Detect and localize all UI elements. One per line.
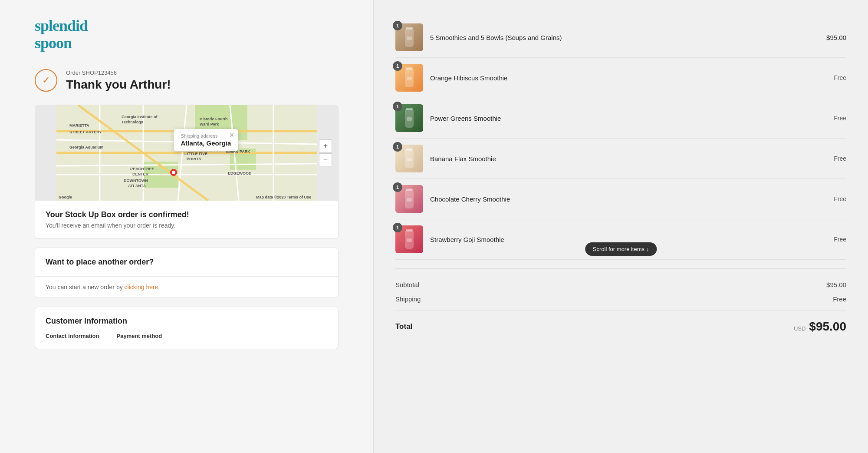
svg-rect-42 <box>407 117 412 121</box>
item-image-wrap: 1 <box>395 104 423 132</box>
subtotal-label: Subtotal <box>395 281 419 288</box>
item-name: 5 Smoothies and 5 Bowls (Soups and Grain… <box>430 34 819 41</box>
item-price: Free <box>834 115 846 122</box>
item-badge: 1 <box>393 142 402 152</box>
svg-rect-51 <box>407 238 412 242</box>
item-price: $95.00 <box>826 34 846 41</box>
order-number: Order SHOP123456 <box>66 69 171 76</box>
svg-rect-44 <box>406 148 413 151</box>
another-order-body: You can start a new order by clicking he… <box>35 277 338 298</box>
map-card: MARIETTA STREET ARTERY Georgia Institute… <box>35 105 339 239</box>
thank-you-heading: Thank you Arthur! <box>66 78 171 92</box>
payment-method-label: Payment method <box>117 333 162 339</box>
item-badge: 1 <box>393 21 402 30</box>
map-svg: MARIETTA STREET ARTERY Georgia Institute… <box>35 105 338 201</box>
total-label: Total <box>395 322 412 331</box>
order-summary: Subtotal $95.00 Shipping Free Total USD … <box>395 273 846 338</box>
item-badge: 1 <box>393 61 402 71</box>
svg-text:CENTER: CENTER <box>132 172 149 176</box>
svg-text:MARIETTA: MARIETTA <box>69 123 89 128</box>
item-price: Free <box>834 155 846 162</box>
another-order-header: Want to place another order? <box>35 248 338 276</box>
svg-rect-50 <box>406 229 413 231</box>
scroll-tooltip: Scroll for more items ↓ <box>585 242 657 256</box>
total-row: Total USD $95.00 <box>395 315 846 338</box>
svg-text:DOWNTOWN: DOWNTOWN <box>124 179 148 183</box>
order-item: 1 Chocolate Cherry Smoothie Free <box>395 179 846 219</box>
item-image-wrap: 1 <box>395 64 423 92</box>
shipping-row: Shipping Free <box>395 292 846 306</box>
map-popup-close[interactable]: ✕ <box>229 132 234 139</box>
order-items-list: 1 5 Smoothies and 5 Bowls (Soups and Gra… <box>395 17 846 260</box>
item-name: Chocolate Cherry Smoothie <box>430 195 827 203</box>
payment-method-col: Payment method <box>117 333 162 339</box>
order-item: 1 5 Smoothies and 5 Bowls (Soups and Gra… <box>395 17 846 58</box>
item-image-wrap: 1 <box>395 145 423 172</box>
svg-text:Google: Google <box>59 195 72 199</box>
svg-rect-36 <box>407 36 412 40</box>
item-price: Free <box>834 195 846 202</box>
svg-rect-48 <box>407 198 412 202</box>
popup-label: Shipping address <box>181 133 231 139</box>
item-price: Free <box>834 236 846 243</box>
svg-text:PEACHTREE: PEACHTREE <box>130 167 155 171</box>
order-item: 1 Orange Hibiscus Smoothie Free <box>395 58 846 98</box>
svg-rect-47 <box>406 188 413 191</box>
map-popup: ✕ Shipping address Atlanta, Georgia <box>174 129 238 151</box>
shipping-label: Shipping <box>395 295 421 303</box>
item-name: Power Greens Smoothie <box>430 115 827 122</box>
clicking-here-link[interactable]: clicking here <box>125 284 158 291</box>
zoom-out-button[interactable]: − <box>319 153 332 166</box>
total-divider <box>395 311 846 311</box>
svg-text:ATLANTA: ATLANTA <box>128 184 146 188</box>
svg-rect-35 <box>406 27 413 30</box>
contact-info-label: Contact information <box>46 333 99 339</box>
item-price: Free <box>834 74 846 81</box>
another-order-suffix: . <box>158 284 160 291</box>
logo: splendid spoon <box>35 17 339 52</box>
item-name: Orange Hibiscus Smoothie <box>430 74 827 82</box>
svg-rect-38 <box>406 67 413 70</box>
order-item: 1 Banana Flax Smoothie Free <box>395 139 846 179</box>
zoom-in-button[interactable]: + <box>319 139 332 152</box>
order-confirmed-block: Your Stock Up Box order is confirmed! Yo… <box>35 201 338 238</box>
order-item: 1 Power Greens Smoothie Free <box>395 98 846 139</box>
right-panel: 1 5 Smoothies and 5 Bowls (Soups and Gra… <box>373 0 868 453</box>
item-badge: 1 <box>393 182 402 192</box>
svg-text:Map data ©2020  Terms of Use: Map data ©2020 Terms of Use <box>256 195 311 199</box>
left-panel: splendid spoon ✓ Order SHOP123456 Thank … <box>0 0 373 453</box>
total-amount: $95.00 <box>809 320 846 334</box>
customer-info-content: Customer information Contact information… <box>35 307 338 349</box>
svg-rect-41 <box>406 108 413 110</box>
contact-info-col: Contact information <box>46 333 99 339</box>
another-order-prefix: You can start a new order by <box>46 284 125 291</box>
item-badge: 1 <box>393 102 402 111</box>
summary-divider <box>395 268 846 269</box>
svg-text:POINTS: POINTS <box>187 157 201 161</box>
svg-text:Technology: Technology <box>122 120 143 124</box>
map-container: MARIETTA STREET ARTERY Georgia Institute… <box>35 105 338 201</box>
svg-text:Georgia Aquarium: Georgia Aquarium <box>69 145 103 149</box>
item-name: Banana Flax Smoothie <box>430 155 827 162</box>
customer-info-title: Customer information <box>46 317 328 326</box>
svg-text:Ward Park: Ward Park <box>200 122 219 126</box>
popup-city: Atlanta, Georgia <box>181 139 231 147</box>
customer-info-card: Customer information Contact information… <box>35 307 339 349</box>
order-title-block: Order SHOP123456 Thank you Arthur! <box>66 69 171 92</box>
svg-rect-39 <box>407 77 412 80</box>
subtotal-row: Subtotal $95.00 <box>395 278 846 292</box>
order-item: 1 Strawberry Goji Smoothie Free Scroll f… <box>395 219 846 260</box>
item-name: Strawberry Goji Smoothie <box>430 236 827 243</box>
shipping-value: Free <box>833 295 846 303</box>
item-image-wrap: 1 <box>395 23 423 51</box>
total-currency: USD <box>794 325 806 332</box>
item-image-wrap: 1 <box>395 185 423 213</box>
svg-rect-45 <box>407 158 412 161</box>
logo-text: splendid spoon <box>35 17 339 52</box>
svg-text:Historic Fourth: Historic Fourth <box>200 117 228 121</box>
order-confirmed-title: Your Stock Up Box order is confirmed! <box>46 210 328 219</box>
svg-point-33 <box>172 171 175 174</box>
another-order-card: Want to place another order? You can sta… <box>35 248 339 298</box>
svg-text:LITTLE FIVE: LITTLE FIVE <box>184 152 207 156</box>
total-right: USD $95.00 <box>794 320 846 334</box>
